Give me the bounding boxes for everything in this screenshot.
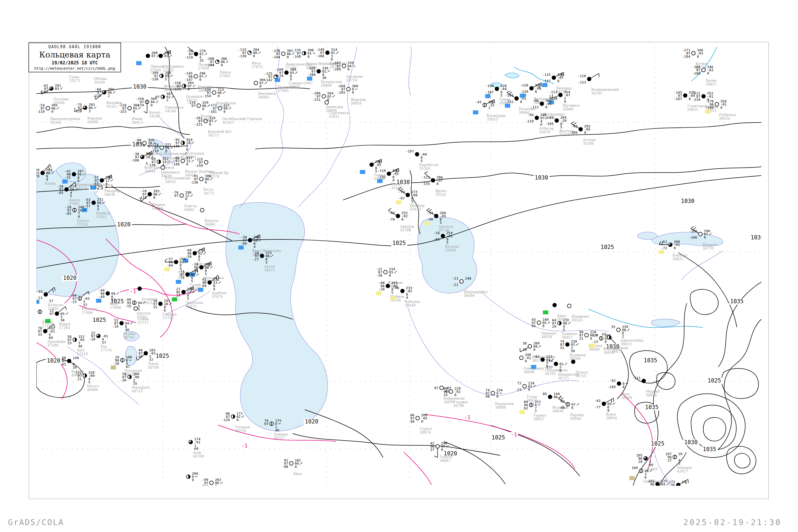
svg-text:28: 28	[522, 348, 527, 352]
bulletin-header: QAOL98 UAOL 191800	[49, 44, 101, 49]
svg-text:0: 0	[236, 418, 239, 422]
svg-text:-96: -96	[533, 99, 539, 103]
svg-text:Бугуруслан: Бугуруслан	[321, 80, 342, 84]
svg-text:Рудня: Рудня	[201, 114, 212, 118]
svg-text:Волгоград: Волгоград	[185, 151, 204, 155]
svg-text:4: 4	[46, 177, 48, 182]
svg-text:1025: 1025	[492, 434, 505, 441]
svg-text:Анапа: Анапа	[69, 198, 80, 202]
svg-text:34824: 34824	[76, 187, 87, 190]
svg-text:38987: 38987	[440, 459, 451, 462]
svg-text:-1: -1	[464, 414, 471, 420]
svg-text:5: 5	[88, 380, 91, 384]
svg-text:Майкоп: Майкоп	[96, 211, 110, 215]
svg-text:-111: -111	[632, 376, 641, 380]
svg-text:38049: 38049	[464, 294, 475, 298]
svg-text:Тегеран: Тегеран	[235, 425, 250, 429]
svg-text:Изюм: Изюм	[132, 117, 142, 121]
svg-text:-43: -43	[475, 100, 481, 104]
precip-square	[111, 365, 116, 369]
svg-text:8: 8	[557, 79, 559, 83]
svg-text:37021: 37021	[96, 215, 107, 219]
svg-text:37621: 37621	[142, 301, 153, 305]
svg-text:34866: 34866	[204, 222, 215, 226]
svg-text:-21: -21	[452, 277, 458, 280]
svg-text:8: 8	[607, 408, 609, 412]
svg-text:Джалалабад: Джалалабад	[621, 338, 643, 342]
svg-text:Болниси: Болниси	[142, 297, 157, 301]
svg-text:29827: 29827	[706, 82, 717, 86]
svg-text:Kars: Kars	[110, 302, 118, 306]
svg-text:38838: 38838	[552, 409, 563, 413]
svg-text:-1: -1	[130, 288, 136, 294]
svg-text:-65: -65	[57, 191, 63, 195]
svg-text:-149: -149	[292, 55, 301, 58]
svg-text:35188: 35188	[583, 141, 594, 146]
svg-text:-136: -136	[190, 180, 198, 184]
svg-text:1030: 1030	[681, 198, 695, 204]
svg-text:60: 60	[649, 463, 653, 467]
svg-text:Аяккум: Аяккум	[400, 225, 414, 228]
station-name: Kakul	[648, 467, 658, 471]
precip-square	[165, 267, 170, 271]
svg-text:-167: -167	[674, 97, 682, 101]
svg-text:8: 8	[623, 385, 625, 389]
precip-square	[391, 296, 396, 300]
svg-text:0: 0	[165, 149, 167, 153]
svg-text:5: 5	[563, 328, 565, 332]
svg-text:Шалкар: Шалкар	[410, 204, 424, 208]
svg-text:35542: 35542	[435, 193, 446, 196]
precip-square	[396, 200, 401, 204]
svg-text:0: 0	[496, 395, 498, 398]
svg-text:-188: -188	[307, 73, 316, 77]
svg-text:34073: 34073	[216, 105, 227, 109]
svg-text:Bingol: Bingol	[59, 322, 70, 326]
svg-text:4: 4	[564, 99, 566, 103]
svg-text:0: 0	[253, 54, 255, 58]
svg-text:33: 33	[38, 332, 42, 337]
svg-text:0: 0	[217, 94, 220, 98]
svg-text:-94: -94	[528, 113, 534, 117]
svg-text:38869: 38869	[621, 396, 632, 400]
svg-text:96: 96	[671, 483, 675, 486]
svg-text:34858: 34858	[152, 206, 163, 210]
svg-text:34273: 34273	[208, 133, 218, 137]
svg-text:08: 08	[486, 395, 490, 398]
svg-text:149: 149	[73, 356, 79, 360]
svg-text:28806: 28806	[321, 83, 332, 88]
svg-text:5: 5	[391, 290, 394, 294]
svg-text:Erzincan: Erzincan	[48, 303, 63, 307]
svg-text:35078: 35078	[539, 130, 550, 134]
svg-text:38149: 38149	[404, 303, 416, 307]
svg-text:Севан: Севан	[138, 317, 149, 321]
svg-text:17280: 17280	[48, 343, 58, 347]
svg-text:-173: -173	[173, 87, 181, 91]
svg-text:0: 0	[704, 235, 706, 240]
svg-text:-119: -119	[185, 55, 193, 59]
svg-text:6: 6	[559, 368, 562, 373]
svg-text:-19: -19	[112, 324, 118, 328]
svg-text:-21: -21	[36, 296, 42, 300]
svg-text:0: 0	[199, 78, 201, 82]
svg-text:Бырдалык: Бырдалык	[495, 402, 514, 406]
svg-text:40: 40	[275, 428, 279, 432]
svg-text:4: 4	[392, 178, 395, 182]
svg-text:25: 25	[200, 58, 204, 62]
svg-text:0: 0	[352, 91, 354, 94]
svg-text:-138: -138	[150, 77, 158, 81]
svg-text:Термез: Термез	[533, 413, 547, 417]
svg-text:4: 4	[406, 296, 408, 300]
svg-text:-123: -123	[578, 80, 586, 84]
svg-text:34109: 34109	[94, 80, 105, 84]
svg-text:Makko: Makko	[124, 332, 136, 336]
svg-text:36034: 36034	[719, 116, 730, 120]
svg-text:Erzurum: Erzurum	[82, 307, 97, 311]
svg-text:-292: -292	[337, 91, 345, 94]
svg-text:05: 05	[531, 324, 536, 328]
svg-text:40: 40	[78, 344, 82, 348]
svg-text:1020: 1020	[117, 221, 131, 228]
svg-text:62: 62	[524, 406, 528, 410]
svg-text:40754: 40754	[235, 429, 246, 433]
svg-text:42027: 42027	[677, 469, 688, 473]
svg-text:38895: 38895	[444, 400, 455, 404]
